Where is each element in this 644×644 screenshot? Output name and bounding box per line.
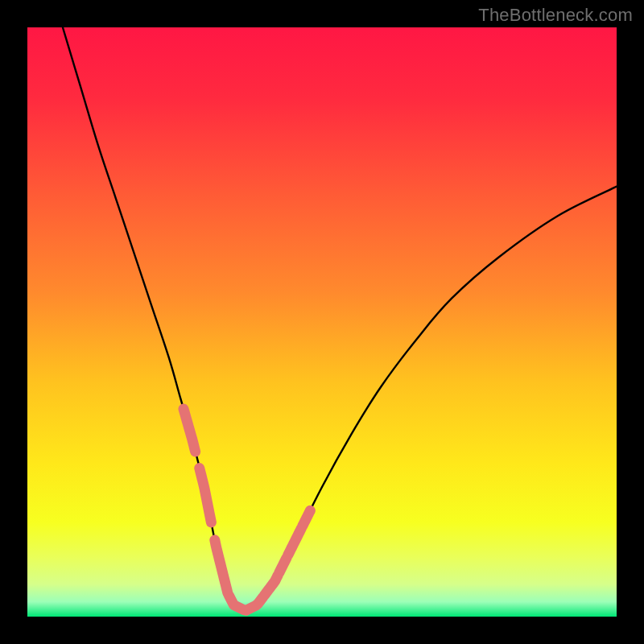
watermark-text: TheBottleneck.com bbox=[478, 5, 633, 26]
plot-background-gradient bbox=[27, 27, 617, 617]
bottleneck-chart bbox=[0, 0, 644, 644]
chart-container: TheBottleneck.com bbox=[0, 0, 644, 644]
